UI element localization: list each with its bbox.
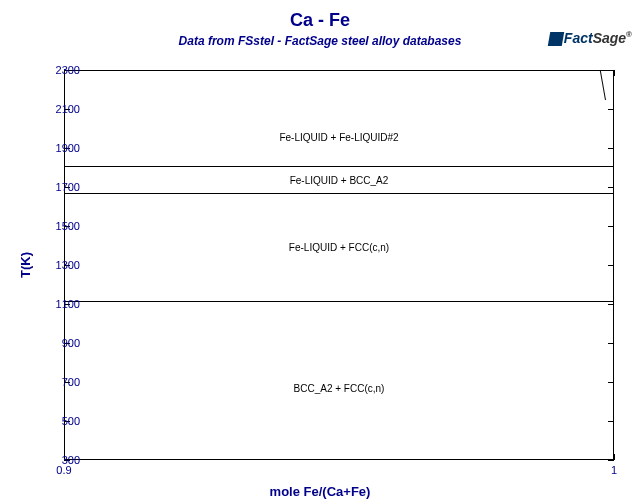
y-tick-mark — [608, 226, 614, 227]
chart-subtitle: Data from FSstel - FactSage steel alloy … — [0, 34, 640, 48]
y-tick-mark — [608, 421, 614, 422]
phase-region-label: Fe-LIQUID + FCC(c,n) — [64, 242, 614, 253]
phase-diagram-container: { "title": "Ca - Fe", "subtitle": "Data … — [0, 0, 640, 504]
logo-text-dark: Fact — [564, 30, 593, 46]
y-tick-mark — [608, 304, 614, 305]
y-tick-mark — [608, 109, 614, 110]
x-axis-label: mole Fe/(Ca+Fe) — [0, 484, 640, 499]
phase-boundary-line — [64, 166, 614, 167]
y-tick-label: 1900 — [40, 142, 80, 154]
y-tick-label: 500 — [40, 415, 80, 427]
phase-region-label: Fe-LIQUID + Fe-LIQUID#2 — [64, 132, 614, 143]
x-tick-mark — [614, 70, 615, 76]
y-tick-label: 1300 — [40, 259, 80, 271]
phase-region-label: Fe-LIQUID + BCC_A2 — [64, 174, 614, 185]
y-tick-label: 2300 — [40, 64, 80, 76]
x-tick-label: 1 — [611, 464, 617, 476]
y-tick-label: 1100 — [40, 298, 80, 310]
logo-reg: ® — [626, 30, 632, 39]
phase-boundary-line — [64, 193, 614, 194]
y-tick-mark — [608, 187, 614, 188]
y-axis-label: T(K) — [18, 252, 33, 278]
logo-text-light: Sage — [593, 30, 626, 46]
y-tick-mark — [608, 460, 614, 461]
y-tick-label: 2100 — [40, 103, 80, 115]
factsage-logo: FactSage® — [549, 30, 632, 46]
y-tick-mark — [608, 343, 614, 344]
y-tick-label: 1500 — [40, 220, 80, 232]
logo-shape — [548, 32, 564, 46]
y-tick-mark — [608, 148, 614, 149]
plot-frame — [64, 70, 614, 460]
y-tick-label: 1700 — [40, 181, 80, 193]
chart-title: Ca - Fe — [0, 10, 640, 31]
x-tick-mark — [614, 454, 615, 460]
y-tick-mark — [608, 265, 614, 266]
y-tick-label: 900 — [40, 337, 80, 349]
phase-region-label: BCC_A2 + FCC(c,n) — [64, 382, 614, 393]
plot-area: Fe-LIQUID + Fe-LIQUID#2Fe-LIQUID + BCC_A… — [64, 70, 614, 460]
x-tick-label: 0.9 — [56, 464, 71, 476]
y-tick-label: 700 — [40, 376, 80, 388]
phase-boundary-line — [64, 301, 614, 302]
